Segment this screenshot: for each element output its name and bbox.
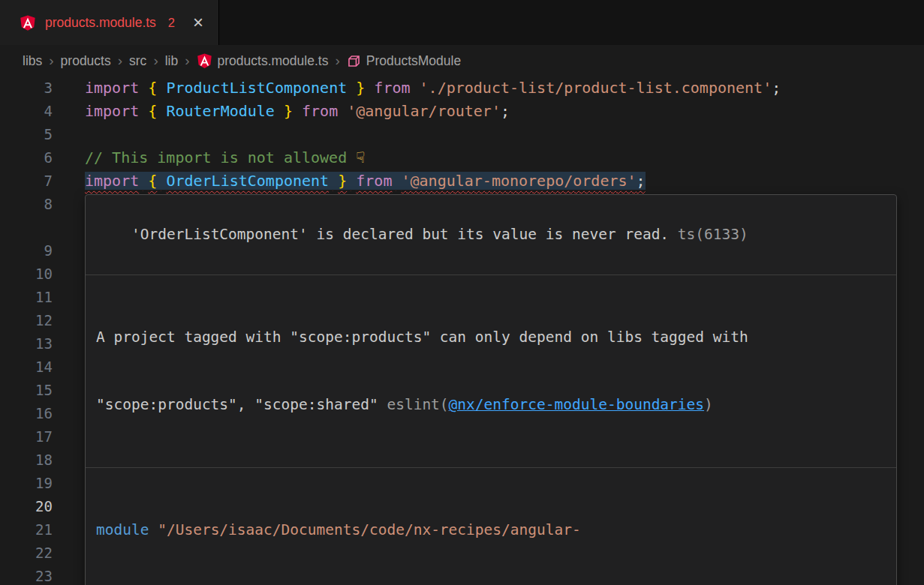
code-content: // This import is not allowed ☟: [53, 146, 924, 170]
line-number: 13: [0, 332, 53, 356]
breadcrumb-separator: ›: [335, 52, 339, 69]
angular-icon: [20, 14, 36, 32]
code-content: import { ProductListComponent } from './…: [53, 76, 924, 100]
line-number: 11: [0, 286, 53, 309]
line-number: 3: [0, 76, 53, 100]
line-number: 9: [0, 239, 53, 262]
line-number: 8: [0, 193, 53, 239]
class-icon: [347, 54, 361, 68]
line-number: 6: [0, 146, 53, 170]
breadcrumb-label: lib: [165, 53, 179, 69]
module-keyword: module: [96, 521, 149, 538]
breadcrumb-separator: ›: [118, 52, 122, 69]
breadcrumb-label: ProductsModule: [366, 53, 461, 69]
line-number: 4: [0, 100, 53, 123]
code-content: import { RouterModule } from '@angular/r…: [53, 100, 924, 123]
code-line-3[interactable]: 3import { ProductListComponent } from '.…: [0, 76, 924, 100]
eslint-error-line1: A project tagged with "scope:products" c…: [96, 326, 886, 349]
tab-products-module[interactable]: products.module.ts 2 ×: [0, 0, 219, 45]
code-content: import { OrderListComponent } from '@ang…: [53, 170, 924, 193]
line-number: 16: [0, 402, 53, 425]
eslint-source-suffix: ): [704, 396, 713, 413]
breadcrumb-item-productsmodule[interactable]: ProductsModule: [347, 53, 461, 69]
tab-problems-badge: 2: [168, 16, 175, 30]
line-number: 7: [0, 170, 53, 193]
line-number: 12: [0, 309, 53, 332]
module-path-line1: "/Users/isaac/Documents/code/nx-recipes/…: [149, 521, 580, 538]
breadcrumb-label: products.module.ts: [218, 53, 329, 69]
breadcrumb-separator: ›: [185, 52, 189, 69]
code-line-7[interactable]: 7import { OrderListComponent } from '@an…: [0, 170, 924, 193]
hover-popup: 'OrderListComponent' is declared but its…: [85, 194, 897, 585]
tab-bar: products.module.ts 2 ×: [0, 0, 924, 45]
breadcrumb-item-products-module-ts[interactable]: products.module.ts: [197, 52, 329, 69]
breadcrumb-separator: ›: [49, 52, 53, 69]
eslint-rule-link[interactable]: @nx/enforce-module-boundaries: [449, 396, 704, 413]
breadcrumb-label: products: [61, 53, 111, 69]
breadcrumb-separator: ›: [153, 52, 158, 69]
code-line-5[interactable]: 5: [0, 123, 924, 146]
angular-icon: [197, 52, 212, 69]
breadcrumb-label: src: [129, 53, 146, 69]
hover-module-path: module "/Users/isaac/Documents/code/nx-r…: [86, 468, 896, 585]
line-number: 20: [0, 495, 53, 518]
line-number: 15: [0, 379, 53, 402]
line-number: 10: [0, 262, 53, 286]
ts-error-text: 'OrderListComponent' is declared but its…: [131, 226, 669, 243]
tab-title: products.module.ts: [45, 15, 156, 31]
breadcrumb-item-src[interactable]: src: [129, 53, 146, 69]
line-number: 19: [0, 472, 53, 495]
breadcrumb: libs›products›src›lib›products.module.ts…: [0, 45, 924, 76]
code-line-6[interactable]: 6// This import is not allowed ☟: [0, 146, 924, 170]
ts-error-source: ts(6133): [669, 226, 748, 243]
error-highlighted-statement: import { OrderListComponent } from '@ang…: [85, 172, 646, 190]
line-number: 17: [0, 425, 53, 448]
breadcrumb-item-libs[interactable]: libs: [23, 53, 42, 69]
eslint-error-line2: "scope:products", "scope:shared" eslint(…: [96, 394, 886, 416]
line-number: 22: [0, 542, 53, 565]
line-number: 21: [0, 518, 53, 542]
hover-message-typescript: 'OrderListComponent' is declared but its…: [86, 195, 896, 275]
breadcrumb-label: libs: [23, 53, 42, 69]
code-line-4[interactable]: 4import { RouterModule } from '@angular/…: [0, 100, 924, 123]
line-number: 5: [0, 123, 53, 146]
code-content: [53, 123, 924, 146]
tab-close-button[interactable]: ×: [193, 14, 203, 32]
breadcrumb-item-lib[interactable]: lib: [165, 53, 179, 69]
eslint-source-prefix: eslint(: [387, 396, 448, 413]
line-number: 23: [0, 565, 53, 585]
line-number: 18: [0, 448, 53, 472]
line-number: 14: [0, 356, 53, 379]
hover-message-eslint: A project tagged with "scope:products" c…: [86, 275, 896, 468]
breadcrumb-item-products[interactable]: products: [61, 53, 111, 69]
